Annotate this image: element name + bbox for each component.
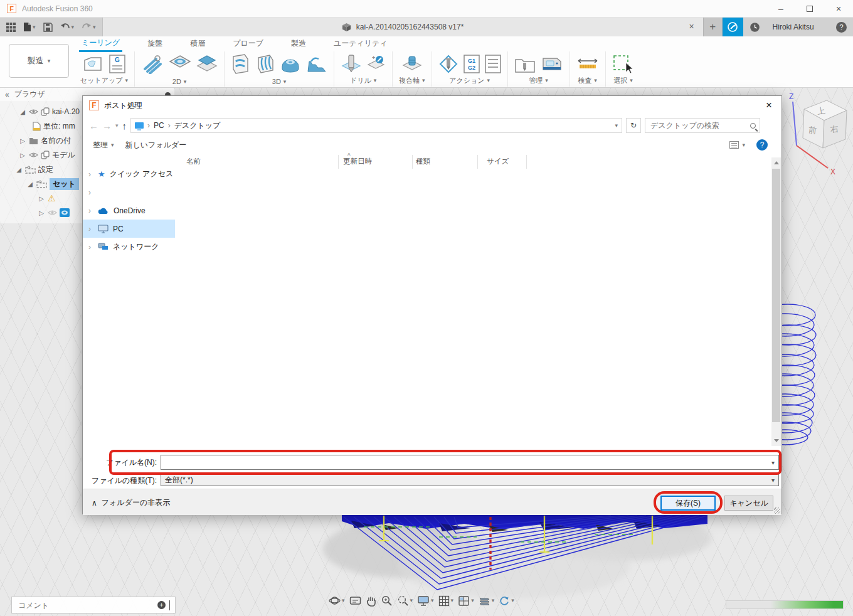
tab-probe[interactable]: プローブ <box>230 36 266 51</box>
dialog-close-button[interactable]: × <box>760 97 778 114</box>
tree-row-units[interactable]: 単位: mm <box>33 119 75 133</box>
sidebar-item-quick-access[interactable]: › ★ クイック アクセス <box>83 165 175 183</box>
3d-pocket-icon[interactable] <box>231 54 250 74</box>
grid-snap-button[interactable]: ▾ <box>438 595 454 607</box>
scroll-down-icon[interactable] <box>774 439 779 442</box>
setup-sheet-icon[interactable] <box>485 55 501 73</box>
3d-contour-icon[interactable] <box>280 55 301 73</box>
orbit-button[interactable]: ▾ <box>329 595 345 607</box>
collapse-panel-icon[interactable]: « <box>5 90 9 99</box>
cancel-button[interactable]: キャンセル <box>724 496 773 511</box>
expanded-triangle-icon[interactable]: ◢ <box>26 181 34 188</box>
document-close-button[interactable]: × <box>689 21 694 31</box>
user-name[interactable]: Hiroki Akitsu <box>773 23 814 31</box>
minimize-button[interactable]: – <box>766 0 795 17</box>
address-bar[interactable]: › PC › デスクトップ ▾ <box>130 118 622 133</box>
tree-row-setup[interactable]: ◢ セット <box>26 177 79 191</box>
new-folder-button[interactable]: 新しいフォルダー <box>125 140 187 151</box>
caret-down-icon[interactable]: ▾ <box>768 477 778 484</box>
chevron-right-icon[interactable]: › <box>88 206 93 215</box>
refresh-view-button[interactable]: ▾ <box>499 595 514 607</box>
collapsed-triangle-icon[interactable]: ▷ <box>19 152 26 159</box>
comment-input[interactable] <box>17 600 157 610</box>
group-label-drill[interactable]: ドリル▾ <box>350 76 376 87</box>
display-settings-button[interactable]: ▾ <box>417 595 434 607</box>
clock-icon[interactable] <box>750 22 760 33</box>
zoom-window-button[interactable]: ▾ <box>397 595 413 607</box>
tree-row-warning[interactable]: ▷ ⚠ <box>38 191 56 205</box>
select-icon[interactable] <box>612 54 635 74</box>
group-label-3d[interactable]: 3D▾ <box>272 78 287 87</box>
filename-combo[interactable]: ▾ <box>161 455 779 470</box>
2d-face-icon[interactable] <box>196 55 218 73</box>
setup-icon[interactable] <box>83 55 104 73</box>
zoom-button[interactable] <box>381 595 393 607</box>
chevron-right-icon[interactable]: › <box>88 225 93 233</box>
scrollbar-thumb[interactable] <box>772 169 780 422</box>
undo-button[interactable]: ▾ <box>58 21 77 33</box>
tab-fabrication[interactable]: 製造 <box>289 36 309 51</box>
group-label-actions[interactable]: アクション▾ <box>449 76 490 87</box>
tab-utilities[interactable]: ユーティリティ <box>331 36 390 51</box>
breadcrumb-pc[interactable]: PC <box>154 121 164 130</box>
maximize-button[interactable] <box>795 0 824 17</box>
view-cube[interactable]: Z X 上 前 右 <box>776 88 853 188</box>
hide-folders-button[interactable]: ∧ フォルダーの非表示 <box>92 497 170 508</box>
look-at-button[interactable] <box>349 595 361 606</box>
dialog-title-bar[interactable]: F ポスト処理 × <box>83 96 781 115</box>
g1g2-icon[interactable]: G1G2 <box>464 55 480 73</box>
comment-bar[interactable]: + <box>11 597 176 613</box>
column-size[interactable]: サイズ <box>487 157 509 166</box>
collapsed-triangle-icon[interactable]: ▷ <box>38 195 45 202</box>
back-button[interactable]: ← <box>89 120 98 131</box>
3d-parallel-icon[interactable] <box>255 54 275 74</box>
app-grid-button[interactable] <box>4 21 18 34</box>
group-label-2d[interactable]: 2D▾ <box>172 78 187 87</box>
group-label-inspect[interactable]: 検査▾ <box>578 76 597 87</box>
caret-down-icon[interactable]: ▾ <box>768 459 778 466</box>
layers-button[interactable]: ▾ <box>479 596 495 606</box>
drill-icon[interactable] <box>341 54 362 74</box>
column-type[interactable]: 種類 <box>416 157 430 166</box>
close-button[interactable]: × <box>824 0 853 17</box>
sidebar-item-blank[interactable]: › <box>83 183 175 201</box>
tab-turning[interactable]: 旋盤 <box>145 36 165 51</box>
pan-button[interactable] <box>366 595 376 607</box>
organize-button[interactable]: 整理 ▾ <box>93 140 114 151</box>
tab-additive[interactable]: 積層 <box>188 36 208 51</box>
filename-input[interactable] <box>161 455 768 469</box>
tree-row-model[interactable]: ▷ モデル <box>19 148 75 162</box>
expanded-triangle-icon[interactable]: ◢ <box>15 166 23 173</box>
sidebar-item-pc[interactable]: › PC <box>83 220 175 238</box>
refresh-button[interactable]: ↻ <box>626 118 641 133</box>
search-input[interactable] <box>649 120 750 130</box>
gcode-document-icon[interactable]: G <box>109 55 125 73</box>
machine-icon[interactable] <box>541 55 563 73</box>
eye-icon[interactable] <box>29 109 38 115</box>
history-caret-icon[interactable]: ▾ <box>115 123 119 129</box>
2d-pocket-icon[interactable] <box>169 55 191 73</box>
column-divider[interactable] <box>526 155 527 169</box>
column-modified[interactable]: 更新日時 <box>343 157 372 166</box>
chevron-right-icon[interactable]: › <box>88 170 93 179</box>
workspace-selector[interactable]: 製造 ▾ <box>9 44 69 78</box>
tool-library-icon[interactable] <box>514 55 536 73</box>
address-dropdown-icon[interactable]: ▾ <box>615 123 618 129</box>
search-box[interactable] <box>645 118 760 133</box>
help-button[interactable]: ? <box>836 22 847 33</box>
scroll-up-icon[interactable] <box>774 161 779 164</box>
sidebar-item-network[interactable]: › ネットワーク <box>83 238 175 256</box>
tree-row-named-views[interactable]: ▷ 名前の付 <box>19 134 71 147</box>
new-tab-button[interactable]: + <box>703 18 722 36</box>
measure-icon[interactable] <box>576 56 599 72</box>
forward-button[interactable]: → <box>102 120 112 131</box>
column-name[interactable]: 名前 <box>186 157 201 166</box>
tab-milling[interactable]: ミーリング <box>79 36 122 52</box>
column-divider[interactable] <box>338 155 339 169</box>
document-tab[interactable]: kai-A.20140205162443508 v17* × <box>102 18 703 36</box>
column-divider[interactable] <box>477 155 478 169</box>
redo-button[interactable]: ▾ <box>79 21 98 33</box>
add-comment-icon[interactable]: + <box>157 601 166 609</box>
file-menu-button[interactable]: ▾ <box>21 20 38 34</box>
multiaxis-icon[interactable] <box>401 55 423 73</box>
